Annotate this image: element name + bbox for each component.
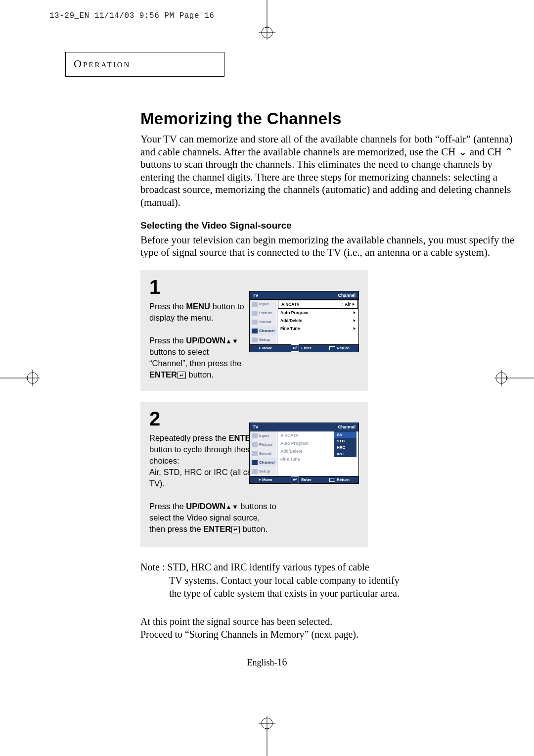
up-down-arrows-icon: ▲▼ <box>225 503 238 512</box>
input-icon <box>252 302 258 307</box>
note: Note : STD, HRC and IRC identify various… <box>140 561 437 600</box>
osd-main: Air/CATV:Air Auto Program Add/Delete Fin… <box>277 300 358 344</box>
crop-mark-top <box>252 0 282 40</box>
enter-icon: ↵ <box>231 526 240 533</box>
up-down-arrows-icon: ▲▼ <box>225 337 238 346</box>
input-icon <box>252 433 258 438</box>
channel-icon <box>252 460 258 465</box>
osd-popup: Air STD HRC IRC <box>334 431 356 457</box>
step-1-text: Press the MENU button to display the men… <box>149 301 246 381</box>
section-label: Operation <box>74 57 131 70</box>
sound-icon <box>252 320 258 325</box>
intro-paragraph: Your TV can memorize and store all of th… <box>140 133 516 209</box>
setup-icon <box>252 469 258 474</box>
page-footer: English-16 <box>0 657 534 668</box>
osd-sidebar: Input Picture Sound Channel Setup <box>250 431 277 476</box>
sound-icon <box>252 451 258 456</box>
osd-footer: ♦Move ↵Enter Return <box>249 344 359 352</box>
setup-icon <box>252 337 258 342</box>
move-arrows-icon: ♦ <box>259 346 261 350</box>
return-icon <box>329 346 335 350</box>
enter-icon: ↵ <box>291 344 299 352</box>
osd-sidebar: Input Picture Sound Channel Setup <box>250 300 277 344</box>
print-job-header: 13-29_EN 11/14/03 9:56 PM Page 16 <box>49 11 214 20</box>
page-content: Operation Memorizing the Channels Your T… <box>65 52 471 641</box>
subheading: Selecting the Video Signal-source <box>140 220 516 231</box>
triangle-right-icon <box>354 311 356 314</box>
osd-menu-1: TV Channel Input Picture Sound Channel S… <box>249 291 359 352</box>
picture-icon <box>252 442 258 447</box>
step-1: 1 Press the MENU button to display the m… <box>140 270 368 391</box>
page-title: Memorizing the Channels <box>140 109 516 128</box>
triangle-right-icon <box>353 303 355 306</box>
channel-icon <box>252 329 258 333</box>
closing-text: At this point the signal source has been… <box>140 615 516 641</box>
step-2: 2 Repeatedly press the ENTER↵ button to … <box>140 402 368 547</box>
enter-icon: ↵ <box>291 476 299 483</box>
return-icon <box>329 478 335 482</box>
crop-mark-bottom <box>252 716 282 756</box>
section-label-box: Operation <box>65 52 224 77</box>
osd-header: TV Channel <box>249 423 359 431</box>
osd-menu-2: TV Channel Input Picture Sound Channel S… <box>249 423 359 484</box>
triangle-right-icon <box>354 327 356 330</box>
picture-icon <box>252 311 258 316</box>
enter-icon: ↵ <box>178 372 186 379</box>
osd-header: TV Channel <box>249 291 359 300</box>
osd-footer: ♦Move ↵Enter Return <box>249 476 359 484</box>
osd-main: Air/CATV: Auto Program Add/Delete Fine T… <box>277 431 358 476</box>
crop-mark-left <box>0 363 40 393</box>
triangle-right-icon <box>354 319 356 322</box>
sub-body: Before your television can begin memoriz… <box>140 234 516 259</box>
move-arrows-icon: ♦ <box>259 477 261 482</box>
